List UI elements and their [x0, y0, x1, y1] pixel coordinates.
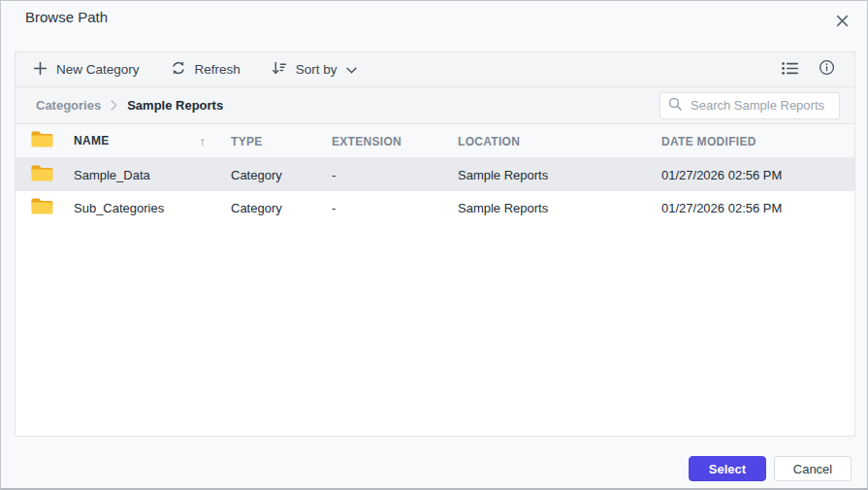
table-row[interactable]: Sample_Data Category - Sample Reports 01…	[16, 158, 854, 191]
sort-by-label: Sort by	[296, 62, 338, 77]
cell-type: Category	[217, 201, 318, 215]
footer: Select Cancel	[689, 456, 852, 481]
header-date-modified[interactable]: DATE MODIFIED	[648, 132, 854, 149]
breadcrumb-row: Categories Sample Reports	[16, 87, 854, 124]
select-button[interactable]: Select	[689, 456, 766, 481]
chevron-down-icon	[346, 62, 357, 77]
toolbar: New Category Refresh	[16, 52, 854, 87]
refresh-icon	[171, 60, 186, 79]
close-icon	[836, 14, 849, 31]
new-category-button[interactable]: New Category	[27, 52, 145, 86]
cancel-button[interactable]: Cancel	[774, 456, 852, 481]
breadcrumb-current: Sample Reports	[127, 98, 223, 113]
cell-date-modified: 01/27/2026 02:56 PM	[648, 168, 854, 182]
sort-ascending-icon: ↑	[200, 134, 207, 148]
cell-extension: -	[318, 201, 444, 215]
close-button[interactable]	[831, 12, 852, 33]
header-name[interactable]: NAME ↑	[60, 134, 217, 148]
folder-icon	[30, 130, 54, 152]
info-button[interactable]	[814, 57, 839, 82]
breadcrumb-categories[interactable]: Categories	[36, 98, 101, 113]
cell-date-modified: 01/27/2026 02:56 PM	[648, 201, 854, 215]
sort-by-button[interactable]: Sort by	[266, 52, 363, 86]
new-category-label: New Category	[56, 62, 140, 77]
table-row[interactable]: Sub_Categories Category - Sample Reports…	[16, 191, 854, 224]
table-body: Sample_Data Category - Sample Reports 01…	[16, 158, 854, 436]
breadcrumb-chevron-icon	[111, 97, 117, 114]
cell-extension: -	[318, 168, 444, 182]
cell-name: Sample_Data	[60, 168, 217, 182]
browse-path-dialog: Browse Path New Category	[0, 0, 868, 490]
browser-panel: New Category Refresh	[15, 51, 855, 437]
search-input[interactable]	[689, 97, 831, 114]
list-view-icon	[782, 61, 798, 79]
cell-location: Sample Reports	[444, 201, 648, 215]
refresh-label: Refresh	[195, 62, 241, 77]
header-type[interactable]: TYPE	[217, 132, 318, 149]
cell-name: Sub_Categories	[60, 201, 217, 215]
header-location-label: LOCATION	[458, 135, 520, 148]
sort-icon	[272, 60, 287, 79]
search-box	[659, 92, 840, 119]
cell-location: Sample Reports	[444, 168, 648, 182]
plus-icon	[33, 61, 48, 79]
dialog-title: Browse Path	[25, 9, 108, 25]
header-name-label: NAME	[74, 134, 110, 147]
row-icon-cell	[16, 197, 60, 218]
header-type-label: TYPE	[231, 135, 263, 148]
header-extension[interactable]: EXTENSION	[318, 132, 444, 149]
folder-icon	[30, 197, 54, 218]
cell-type: Category	[217, 168, 318, 182]
header-extension-label: EXTENSION	[332, 135, 402, 148]
list-view-button[interactable]	[777, 57, 802, 82]
search-icon	[668, 97, 682, 114]
row-icon-cell	[16, 164, 60, 185]
breadcrumb: Categories Sample Reports	[36, 97, 223, 114]
header-icon-cell	[16, 130, 60, 152]
info-icon	[819, 59, 835, 80]
refresh-button[interactable]: Refresh	[165, 52, 246, 86]
folder-icon	[30, 164, 54, 185]
table-header: NAME ↑ TYPE EXTENSION LOCATION DATE MODI…	[16, 124, 854, 158]
header-location[interactable]: LOCATION	[444, 132, 648, 149]
header-date-modified-label: DATE MODIFIED	[661, 135, 756, 148]
